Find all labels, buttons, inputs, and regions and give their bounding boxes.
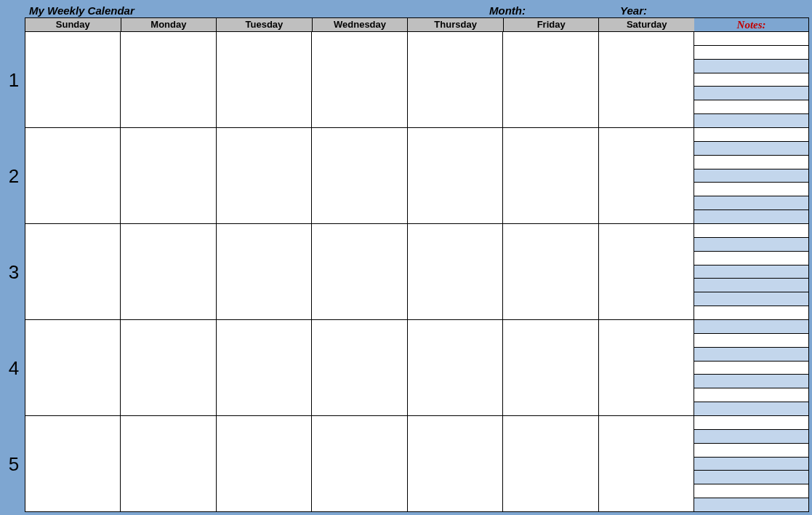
note-line[interactable]: [694, 128, 808, 141]
notes-column: [694, 320, 809, 416]
day-cell[interactable]: [598, 32, 694, 128]
week-number-header-spacer: [3, 17, 25, 32]
note-line[interactable]: [694, 73, 808, 87]
note-line[interactable]: [694, 443, 808, 457]
day-cell[interactable]: [311, 416, 406, 512]
day-cell[interactable]: [216, 224, 311, 320]
note-line[interactable]: [694, 470, 808, 484]
day-header-monday: Monday: [121, 17, 217, 32]
note-line[interactable]: [694, 224, 808, 237]
day-cell[interactable]: [120, 224, 215, 320]
day-cell[interactable]: [120, 416, 215, 512]
notes-header: Notes:: [694, 17, 809, 32]
week-row-3: [25, 224, 809, 320]
week-row-1: [25, 32, 809, 128]
month-label: Month:: [489, 4, 620, 17]
main-grid: Sunday Monday Tuesday Wednesday Thursday…: [25, 17, 809, 512]
note-line[interactable]: [694, 278, 808, 292]
year-label: Year:: [620, 4, 809, 17]
note-line[interactable]: [694, 498, 808, 511]
note-line[interactable]: [694, 457, 808, 471]
note-line[interactable]: [694, 320, 808, 333]
day-cell[interactable]: [311, 128, 406, 224]
note-line[interactable]: [694, 141, 808, 155]
note-line[interactable]: [694, 251, 808, 265]
day-cell[interactable]: [216, 416, 311, 512]
note-line[interactable]: [694, 484, 808, 498]
note-line[interactable]: [694, 155, 808, 169]
day-cell[interactable]: [216, 320, 311, 416]
note-line[interactable]: [694, 100, 808, 113]
notes-column: [694, 224, 809, 320]
day-cell[interactable]: [216, 32, 311, 128]
day-cell[interactable]: [407, 32, 502, 128]
note-line[interactable]: [694, 306, 808, 319]
title-row: My Weekly Calendar Month: Year:: [3, 3, 809, 17]
week-number-5: 5: [3, 416, 25, 512]
note-line[interactable]: [694, 416, 808, 429]
note-line[interactable]: [694, 32, 808, 45]
day-cell[interactable]: [407, 416, 502, 512]
day-cell[interactable]: [502, 320, 598, 416]
day-cell[interactable]: [120, 128, 215, 224]
day-cell[interactable]: [598, 128, 694, 224]
note-line[interactable]: [694, 402, 808, 415]
day-cell[interactable]: [25, 416, 120, 512]
note-line[interactable]: [694, 237, 808, 251]
day-cell[interactable]: [120, 32, 215, 128]
note-line[interactable]: [694, 209, 808, 223]
day-header-row: Sunday Monday Tuesday Wednesday Thursday…: [25, 17, 809, 32]
day-cell[interactable]: [216, 128, 311, 224]
day-cell[interactable]: [407, 320, 502, 416]
day-header-wednesday: Wednesday: [312, 17, 408, 32]
note-line[interactable]: [694, 182, 808, 196]
day-cell[interactable]: [598, 224, 694, 320]
week-rows: [25, 32, 809, 512]
notes-column: [694, 128, 809, 224]
note-line[interactable]: [694, 59, 808, 73]
day-cell[interactable]: [502, 224, 598, 320]
week-row-5: [25, 416, 809, 512]
note-line[interactable]: [694, 374, 808, 388]
day-cell[interactable]: [120, 320, 215, 416]
day-header-saturday: Saturday: [598, 17, 694, 32]
day-cell[interactable]: [25, 128, 120, 224]
calendar-title: My Weekly Calendar: [29, 4, 134, 17]
day-cell[interactable]: [502, 32, 598, 128]
day-cell[interactable]: [311, 320, 406, 416]
day-cell[interactable]: [502, 416, 598, 512]
week-number-1: 1: [3, 32, 25, 128]
note-line[interactable]: [694, 196, 808, 209]
day-cell[interactable]: [598, 320, 694, 416]
week-number-column: 1 2 3 4 5: [3, 17, 25, 512]
week-row-2: [25, 128, 809, 224]
note-line[interactable]: [694, 361, 808, 375]
day-cell[interactable]: [25, 32, 120, 128]
day-cell[interactable]: [25, 320, 120, 416]
day-cell[interactable]: [407, 128, 502, 224]
note-line[interactable]: [694, 45, 808, 59]
day-cell[interactable]: [407, 224, 502, 320]
note-line[interactable]: [694, 429, 808, 443]
note-line[interactable]: [694, 292, 808, 306]
day-cell[interactable]: [311, 32, 406, 128]
notes-column: [694, 32, 809, 128]
day-cell[interactable]: [25, 224, 120, 320]
day-cell[interactable]: [311, 224, 406, 320]
day-header-sunday: Sunday: [25, 17, 121, 32]
week-row-4: [25, 320, 809, 416]
week-number-3: 3: [3, 224, 25, 320]
day-header-thursday: Thursday: [407, 17, 503, 32]
day-header-friday: Friday: [503, 17, 599, 32]
note-line[interactable]: [694, 265, 808, 279]
note-line[interactable]: [694, 113, 808, 127]
day-header-tuesday: Tuesday: [216, 17, 312, 32]
note-line[interactable]: [694, 347, 808, 361]
calendar-frame: My Weekly Calendar Month: Year: 1 2 3 4 …: [0, 0, 812, 515]
note-line[interactable]: [694, 333, 808, 347]
note-line[interactable]: [694, 169, 808, 183]
note-line[interactable]: [694, 86, 808, 100]
day-cell[interactable]: [598, 416, 694, 512]
note-line[interactable]: [694, 388, 808, 402]
day-cell[interactable]: [502, 128, 598, 224]
